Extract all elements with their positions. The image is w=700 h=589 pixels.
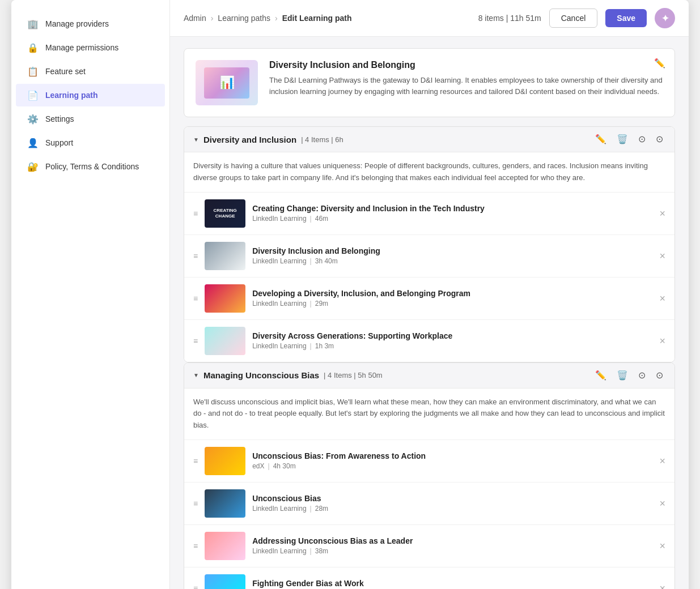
section-meta-diversity-inclusion: | 4 Items | 6h bbox=[301, 135, 343, 144]
hero-thumb-icon: 📊 bbox=[219, 75, 235, 90]
sidebar-label-settings: Settings bbox=[45, 114, 74, 123]
drag-handle-generations[interactable]: ≡ bbox=[193, 336, 198, 345]
hero-title: Diversity Inclusion and Belonging bbox=[269, 60, 663, 70]
course-thumb-fighting bbox=[205, 574, 245, 589]
course-thumb-generations bbox=[205, 327, 245, 355]
remove-course-addressing[interactable]: × bbox=[659, 541, 665, 551]
course-item-awareness: ≡ Unconscious Bias: From Awareness to Ac… bbox=[184, 440, 674, 483]
course-title-addressing: Addressing Unconscious Bias as a Leader bbox=[252, 536, 652, 545]
remove-course-creating-change[interactable]: × bbox=[659, 208, 665, 219]
breadcrumb-current: Edit Learning path bbox=[282, 14, 352, 23]
course-provider-ub: LinkedIn Learning bbox=[252, 505, 306, 513]
course-info-ub: Unconscious Bias LinkedIn Learning | 28m bbox=[252, 494, 652, 513]
drag-handle-awareness[interactable]: ≡ bbox=[193, 456, 198, 466]
breadcrumb-admin[interactable]: Admin bbox=[184, 14, 206, 23]
avatar: ✦ bbox=[655, 8, 675, 28]
sidebar-label-manage-permissions: Manage permissions bbox=[45, 43, 118, 52]
course-provider-developing: LinkedIn Learning bbox=[252, 300, 306, 308]
sidebar-item-manage-providers[interactable]: 🏢 Manage providers bbox=[16, 12, 165, 35]
breadcrumb-section[interactable]: Learning paths bbox=[218, 14, 270, 23]
items-info: 8 items | 11h 51m bbox=[478, 14, 541, 23]
meta-sep-developing: | bbox=[310, 300, 312, 308]
course-duration-ub: 28m bbox=[315, 505, 328, 513]
course-title-developing: Developing a Diversity, Inclusion, and B… bbox=[252, 289, 652, 298]
drag-handle-ub[interactable]: ≡ bbox=[193, 499, 198, 508]
sidebar-label-learning-path: Learning path bbox=[45, 91, 98, 100]
course-duration-dib: 3h 40m bbox=[315, 257, 338, 265]
course-item-developing: ≡ Developing a Diversity, Inclusion, and… bbox=[184, 278, 674, 320]
course-item-fighting: ≡ Fighting Gender Bias at Work LinkedIn … bbox=[184, 567, 674, 589]
sections-container: ▼ Diversity and Inclusion | 4 Items | 6h… bbox=[184, 126, 675, 589]
sidebar-icon-learning-path: 📄 bbox=[27, 89, 39, 101]
remove-course-generations[interactable]: × bbox=[659, 336, 665, 346]
meta-sep-addressing: | bbox=[310, 547, 312, 555]
section-down-diversity-inclusion[interactable]: ⊙ bbox=[654, 134, 665, 145]
sidebar-item-manage-permissions[interactable]: 🔒 Manage permissions bbox=[16, 36, 165, 59]
section-diversity-inclusion: ▼ Diversity and Inclusion | 4 Items | 6h… bbox=[184, 126, 675, 362]
course-thumb-awareness bbox=[205, 447, 245, 475]
remove-course-fighting[interactable]: × bbox=[659, 583, 665, 589]
section-edit-diversity-inclusion[interactable]: ✏️ bbox=[593, 134, 609, 145]
cancel-button[interactable]: Cancel bbox=[549, 8, 598, 28]
remove-course-ub[interactable]: × bbox=[659, 498, 665, 509]
course-title-fighting: Fighting Gender Bias at Work bbox=[252, 579, 652, 588]
meta-sep-ub: | bbox=[310, 505, 312, 513]
sidebar-item-settings[interactable]: ⚙️ Settings bbox=[16, 108, 165, 130]
thumb-text-generations bbox=[224, 340, 226, 342]
hero-edit-button[interactable]: ✏️ bbox=[654, 58, 665, 69]
section-delete-diversity-inclusion[interactable]: 🗑️ bbox=[614, 134, 630, 145]
section-title-diversity-inclusion: Diversity and Inclusion bbox=[203, 135, 296, 144]
course-meta-awareness: edX | 4h 30m bbox=[252, 462, 652, 470]
section-chevron-diversity-inclusion[interactable]: ▼ bbox=[193, 136, 199, 143]
course-info-developing: Developing a Diversity, Inclusion, and B… bbox=[252, 289, 652, 308]
course-thumb-ub bbox=[205, 489, 245, 518]
sidebar-item-feature-set[interactable]: 📋 Feature set bbox=[16, 60, 165, 83]
section-up-managing-unconscious-bias[interactable]: ⊙ bbox=[636, 370, 648, 381]
course-info-dib: Diversity Inclusion and Belonging Linked… bbox=[252, 246, 652, 265]
course-meta-ub: LinkedIn Learning | 28m bbox=[252, 505, 652, 513]
drag-handle-addressing[interactable]: ≡ bbox=[193, 541, 198, 550]
hero-description: The D&I Learning Pathways is the gateway… bbox=[269, 75, 663, 97]
remove-course-awareness[interactable]: × bbox=[659, 456, 665, 466]
course-duration-creating-change: 46m bbox=[315, 215, 328, 223]
section-delete-managing-unconscious-bias[interactable]: 🗑️ bbox=[614, 370, 630, 381]
course-meta-addressing: LinkedIn Learning | 38m bbox=[252, 547, 652, 555]
sidebar: 🏢 Manage providers 🔒 Manage permissions … bbox=[11, 0, 170, 589]
course-thumb-developing bbox=[205, 284, 245, 313]
section-header-right-managing-unconscious-bias: ✏️ 🗑️ ⊙ ⊙ bbox=[593, 370, 665, 381]
section-chevron-managing-unconscious-bias[interactable]: ▼ bbox=[193, 372, 199, 378]
sidebar-item-learning-path[interactable]: 📄 Learning path bbox=[16, 84, 165, 106]
course-title-creating-change: Creating Change: Diversity and Inclusion… bbox=[252, 204, 652, 213]
course-item-ub: ≡ Unconscious Bias LinkedIn Learning | 2… bbox=[184, 483, 674, 525]
sidebar-item-policy[interactable]: 🔐 Policy, Terms & Conditions bbox=[16, 155, 165, 178]
sidebar-label-feature-set: Feature set bbox=[45, 67, 86, 76]
drag-handle-dib[interactable]: ≡ bbox=[193, 251, 198, 261]
section-up-diversity-inclusion[interactable]: ⊙ bbox=[636, 134, 648, 145]
course-thumb-creating-change: CREATING CHANGE bbox=[205, 199, 245, 228]
breadcrumb-sep-2: › bbox=[275, 14, 278, 23]
section-header-left-managing-unconscious-bias: ▼ Managing Unconscious Bias | 4 Items | … bbox=[193, 370, 383, 380]
course-meta-creating-change: LinkedIn Learning | 46m bbox=[252, 215, 652, 223]
course-info-fighting: Fighting Gender Bias at Work LinkedIn Le… bbox=[252, 579, 652, 589]
hero-card: 📊 Diversity Inclusion and Belonging The … bbox=[184, 48, 675, 117]
hero-info: Diversity Inclusion and Belonging The D&… bbox=[269, 60, 663, 97]
course-item-generations: ≡ Diversity Across Generations: Supporti… bbox=[184, 320, 674, 362]
section-edit-managing-unconscious-bias[interactable]: ✏️ bbox=[593, 370, 609, 381]
thumb-text-dib bbox=[224, 255, 226, 257]
course-provider-awareness: edX bbox=[252, 462, 264, 470]
section-desc-diversity-inclusion: Diversity is having a culture that value… bbox=[184, 152, 674, 193]
course-meta-dib: LinkedIn Learning | 3h 40m bbox=[252, 257, 652, 265]
drag-handle-creating-change[interactable]: ≡ bbox=[193, 209, 198, 218]
sidebar-item-support[interactable]: 👤 Support bbox=[16, 131, 165, 154]
drag-handle-fighting[interactable]: ≡ bbox=[193, 584, 198, 589]
course-title-awareness: Unconscious Bias: From Awareness to Acti… bbox=[252, 451, 652, 460]
save-button[interactable]: Save bbox=[605, 9, 647, 27]
section-header-diversity-inclusion: ▼ Diversity and Inclusion | 4 Items | 6h… bbox=[184, 127, 674, 152]
meta-sep-generations: | bbox=[310, 342, 312, 350]
sidebar-label-support: Support bbox=[45, 138, 73, 147]
remove-course-dib[interactable]: × bbox=[659, 251, 665, 261]
remove-course-developing[interactable]: × bbox=[659, 293, 665, 304]
app-window: 🏢 Manage providers 🔒 Manage permissions … bbox=[11, 0, 689, 589]
section-down-managing-unconscious-bias[interactable]: ⊙ bbox=[654, 370, 665, 381]
drag-handle-developing[interactable]: ≡ bbox=[193, 294, 198, 303]
